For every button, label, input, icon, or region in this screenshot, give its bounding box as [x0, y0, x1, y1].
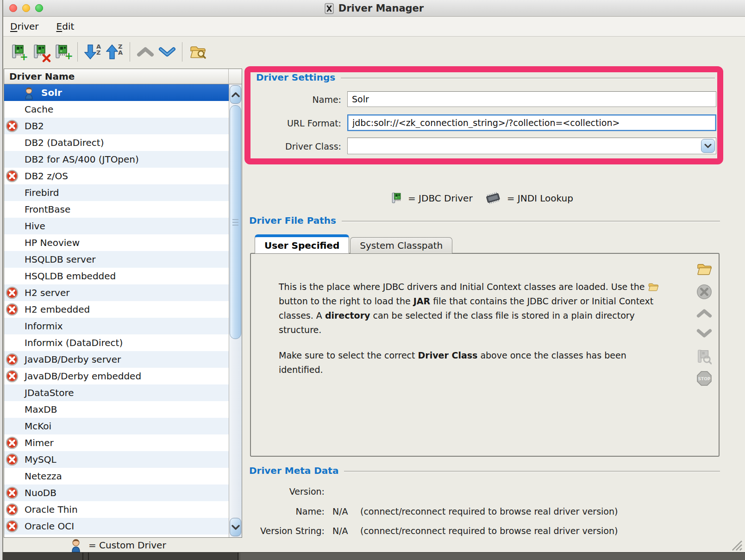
stop-button[interactable]: STOP	[696, 370, 712, 387]
driver-list-scrollbar[interactable]	[229, 84, 242, 537]
tab-system-classpath[interactable]: System Classpath	[350, 237, 452, 253]
remove-driver-button[interactable]	[30, 41, 51, 63]
name-input[interactable]	[347, 91, 716, 107]
driver-name-column-header[interactable]: Driver Name	[4, 69, 242, 84]
driver-row[interactable]: Informix (DataDirect)	[4, 334, 229, 351]
jndi-chip-icon	[484, 191, 502, 205]
folder-search-icon	[189, 44, 206, 59]
driver-name-label: JavaDB/Derby server	[25, 354, 121, 365]
file-paths-tabs: User Specified System Classpath	[255, 234, 452, 253]
driver-meta-data-section: Driver Meta Data	[249, 465, 720, 476]
driver-row[interactable]: Mimer	[4, 434, 229, 451]
driver-row[interactable]: Hive	[4, 218, 229, 234]
driver-row[interactable]: DB2 for AS/400 (JTOpen)	[4, 151, 229, 168]
move-path-down-button[interactable]	[696, 328, 712, 338]
driver-row[interactable]: Solr	[4, 84, 229, 101]
sort-za-icon: Z A	[106, 43, 124, 61]
chevron-down-icon	[158, 47, 176, 57]
driver-list-panel: Driver Name SolrCacheDB2DB2 (DataDirect)…	[4, 69, 242, 538]
chevron-up-icon	[137, 47, 154, 57]
scroll-down-button[interactable]	[230, 518, 241, 536]
custom-driver-icon	[69, 538, 83, 553]
driver-row[interactable]: Firebird	[4, 184, 229, 201]
move-path-up-button[interactable]	[696, 308, 712, 318]
driver-row[interactable]: McKoi	[4, 418, 229, 434]
driver-row[interactable]: Netezza	[4, 468, 229, 484]
find-driver-class-button[interactable]	[696, 349, 712, 365]
window-resize-grip[interactable]	[730, 538, 743, 551]
scroll-up-button[interactable]	[230, 85, 241, 104]
driver-row[interactable]: JDataStore	[4, 384, 229, 401]
driver-name-label: McKoi	[25, 421, 51, 432]
driver-name-label: Solr	[41, 87, 62, 98]
chevron-down-icon	[704, 144, 712, 148]
error-icon	[4, 303, 20, 316]
error-icon	[6, 286, 19, 299]
remove-path-button[interactable]	[696, 283, 712, 300]
driver-row[interactable]: HP Neoview	[4, 234, 229, 251]
driver-name-label: Informix (DataDirect)	[25, 337, 123, 348]
driver-name-label: HP Neoview	[25, 237, 80, 248]
version-string-note: (connect/reconnect required to browse re…	[360, 526, 618, 536]
driver-row[interactable]: DB2 z/OS	[4, 168, 229, 184]
sort-descending-button[interactable]: Z A	[104, 41, 125, 63]
driver-row[interactable]: H2 embedded	[4, 301, 229, 318]
driver-row[interactable]: Oracle Thin	[4, 501, 229, 518]
toolbar-separator	[182, 42, 182, 62]
find-driver-files-button[interactable]	[187, 41, 208, 63]
driver-settings-section: Driver Settings	[256, 72, 715, 83]
driver-row[interactable]: FrontBase	[4, 201, 229, 218]
driver-row[interactable]: MaxDB	[4, 401, 229, 418]
x11-app-icon	[325, 3, 334, 14]
move-down-button[interactable]	[156, 41, 178, 63]
svg-text:Z: Z	[96, 49, 100, 56]
copy-driver-button[interactable]: +	[51, 41, 73, 63]
open-file-button[interactable]	[696, 262, 712, 276]
driver-name-label: Firebird	[25, 187, 59, 198]
error-icon	[6, 353, 19, 366]
driver-row[interactable]: HSQLDB embedded	[4, 268, 229, 284]
driver-row[interactable]: Cache	[4, 101, 229, 118]
driver-row[interactable]: Informix	[4, 318, 229, 334]
driver-row[interactable]: H2 server	[4, 284, 229, 301]
error-icon	[4, 286, 20, 299]
version-label: Version:	[249, 486, 325, 497]
driver-class-input[interactable]	[348, 138, 700, 154]
toolbar-separator	[77, 42, 78, 62]
driver-name-label: Informix	[25, 321, 63, 332]
driver-row[interactable]: HSQLDB server	[4, 251, 229, 268]
meta-name-label: Name:	[249, 506, 325, 516]
driver-row[interactable]: DB2 (DataDirect)	[4, 134, 229, 151]
menu-bar: Driver Edit	[3, 17, 745, 37]
driver-row[interactable]: Oracle OCI	[4, 518, 229, 535]
driver-manager-window: Driver Manager Driver Edit +	[3, 0, 745, 552]
tab-user-specified[interactable]: User Specified	[255, 234, 349, 253]
driver-class-combobox[interactable]	[347, 138, 716, 154]
background-window-bottom	[3, 552, 745, 560]
plus-overlay-icon: +	[65, 51, 73, 61]
menu-edit[interactable]: Edit	[56, 21, 75, 32]
error-icon	[6, 370, 19, 383]
driver-row[interactable]: NuoDB	[4, 484, 229, 501]
title-bar[interactable]: Driver Manager	[3, 0, 745, 17]
driver-row[interactable]: DB2	[4, 118, 229, 134]
driver-name-label: FrontBase	[25, 204, 70, 215]
icon-legend: = JDBC Driver = JNDI Lookup	[391, 189, 573, 208]
error-icon	[6, 436, 19, 449]
driver-row[interactable]: JavaDB/Derby server	[4, 351, 229, 368]
url-format-input[interactable]	[347, 114, 716, 131]
create-driver-button[interactable]: +	[8, 41, 30, 63]
menu-driver[interactable]: Driver	[10, 21, 39, 32]
scrollbar-thumb[interactable]	[230, 105, 241, 339]
chevron-down-icon	[232, 525, 240, 530]
svg-text:STOP: STOP	[698, 377, 711, 381]
move-up-button[interactable]	[134, 41, 156, 63]
dropdown-button[interactable]	[701, 139, 715, 153]
error-icon	[4, 486, 20, 499]
sort-ascending-button[interactable]: A Z	[82, 41, 104, 63]
driver-name-label: Hive	[25, 220, 45, 232]
driver-row[interactable]: MySQL	[4, 451, 229, 468]
driver-row[interactable]: JavaDB/Derby embedded	[4, 368, 229, 384]
chevron-up-icon	[696, 308, 712, 318]
custom-driver-legend-label: = Custom Driver	[88, 540, 166, 551]
